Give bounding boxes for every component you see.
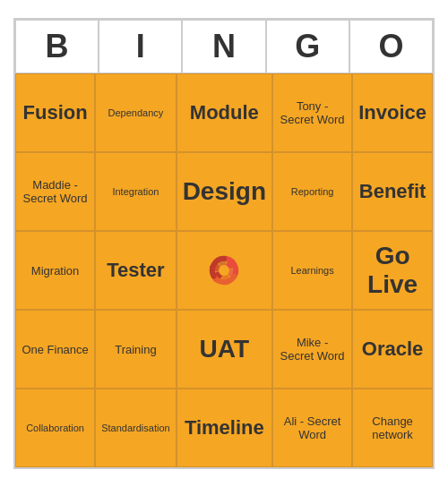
header-letter: G: [266, 20, 349, 73]
bingo-cell: Design: [177, 152, 272, 231]
header-letter: O: [349, 20, 433, 73]
bingo-cell-text: Reporting: [291, 186, 334, 197]
bingo-cell-text: Timeline: [185, 416, 264, 440]
bingo-cell-text: Training: [115, 343, 156, 356]
bingo-cell-text: Mike - Secret Word: [279, 336, 346, 363]
bingo-cell: Integration: [95, 152, 176, 231]
bingo-cell-text: Tester: [107, 259, 164, 282]
bingo-cell-text: Invoice: [358, 101, 426, 124]
bingo-cell: Timeline: [177, 389, 272, 467]
bingo-cell-text: Change network: [358, 414, 426, 441]
bingo-cell: UAT: [177, 310, 272, 389]
bingo-header: BINGO: [15, 20, 433, 73]
bingo-cell: Change network: [352, 389, 433, 467]
bingo-cell-text: Fusion: [23, 101, 88, 124]
bingo-cell-text: Design: [183, 177, 266, 206]
header-letter: I: [99, 20, 182, 73]
bingo-cell-text: Integration: [112, 186, 159, 197]
bingo-grid: FusionDependancyModuleTony - Secret Word…: [15, 73, 433, 467]
bingo-cell-text: Tony - Secret Word: [279, 99, 346, 126]
header-letter: N: [182, 20, 265, 73]
bingo-cell-text: Benefit: [359, 180, 426, 203]
bingo-cell: [177, 231, 272, 310]
bingo-cell: Reporting: [272, 152, 352, 231]
bingo-cell: Benefit: [352, 152, 433, 231]
bingo-cell: Tester: [95, 231, 176, 310]
bingo-cell-text: One Finance: [22, 343, 88, 356]
bingo-cell-text: Collaboration: [26, 423, 84, 433]
bingo-cell: Learnings: [272, 231, 352, 310]
bingo-cell: Invoice: [352, 73, 433, 152]
bingo-cell: Tony - Secret Word: [272, 73, 352, 152]
bingo-cell: Ali - Secret Word: [272, 389, 352, 467]
bingo-cell: Standardisation: [95, 389, 176, 467]
bingo-cell-text: Ali - Secret Word: [279, 414, 346, 441]
bingo-cell: Collaboration: [15, 389, 95, 467]
svg-point-1: [221, 267, 228, 273]
bingo-cell: Go Live: [352, 231, 433, 310]
bingo-cell: Mike - Secret Word: [272, 310, 352, 389]
center-logo: [197, 244, 251, 297]
bingo-cell-text: Maddie - Secret Word: [22, 178, 89, 205]
bingo-cell: Module: [177, 73, 272, 152]
bingo-cell-text: Go Live: [358, 242, 426, 299]
bingo-cell-text: Migration: [31, 264, 79, 278]
bingo-cell: Fusion: [15, 73, 95, 152]
bingo-cell-text: Learnings: [290, 265, 333, 276]
bingo-cell: One Finance: [15, 310, 95, 389]
bingo-cell: Training: [95, 310, 176, 389]
bingo-cell: Dependancy: [95, 73, 176, 152]
bingo-cell-text: Module: [190, 101, 259, 124]
bingo-cell-text: Dependancy: [108, 107, 164, 118]
bingo-card: BINGO FusionDependancyModuleTony - Secre…: [13, 18, 435, 469]
bingo-cell-text: UAT: [200, 335, 249, 363]
bingo-cell-text: Standardisation: [101, 423, 169, 433]
bingo-cell-text: Oracle: [362, 337, 424, 361]
header-letter: B: [15, 20, 99, 73]
bingo-cell: Migration: [15, 231, 95, 310]
bingo-cell: Maddie - Secret Word: [15, 152, 95, 231]
bingo-cell: Oracle: [352, 310, 433, 389]
